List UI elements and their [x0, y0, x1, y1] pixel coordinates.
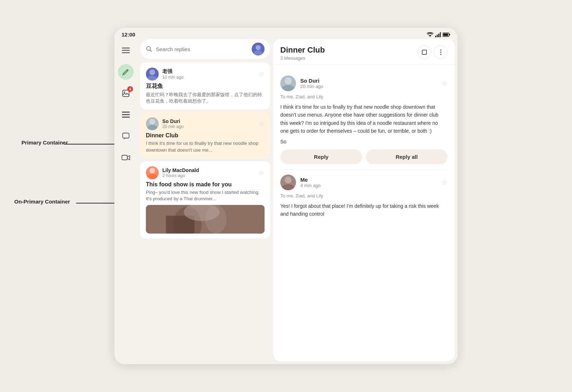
- svg-rect-7: [443, 33, 448, 36]
- svg-rect-15: [122, 117, 130, 118]
- message-2-meta: Me 4 min ago: [300, 177, 321, 188]
- svg-rect-17: [122, 155, 127, 160]
- email-card-1-header: 老强 10 min ago ☆: [146, 68, 265, 80]
- wifi-icon: [427, 32, 433, 37]
- detail-square-btn[interactable]: [418, 45, 431, 59]
- list-icon: [122, 112, 130, 118]
- reply-all-button[interactable]: Reply all: [366, 150, 448, 164]
- email-3-avatar: [146, 166, 159, 179]
- hamburger-icon: [122, 48, 130, 53]
- svg-rect-16: [123, 133, 129, 138]
- email-2-sender-time: 20 min ago: [162, 124, 183, 129]
- more-icon: [440, 49, 442, 55]
- email-2-avatar: [146, 117, 159, 130]
- email-card-3-sender-info: Lily MacDonald 2 hours ago: [146, 166, 199, 179]
- svg-point-37: [285, 77, 292, 84]
- email-2-star[interactable]: ☆: [258, 119, 265, 128]
- email-1-preview: 最近忙吗？昨晚我去了你最爱的那家饭馆，点了他们的特色豆花鱼，吃着吃着就想你了。: [146, 92, 265, 104]
- notifications-icon-btn[interactable]: 4: [118, 85, 134, 101]
- email-2-preview: I think it's time for us to finally try …: [146, 140, 265, 153]
- svg-marker-0: [429, 35, 432, 37]
- email-3-sender-details: Lily MacDonald 2 hours ago: [162, 167, 199, 178]
- svg-point-24: [149, 119, 155, 124]
- svg-point-36: [440, 54, 442, 55]
- email-1-avatar: [146, 68, 159, 80]
- search-input[interactable]: [156, 46, 248, 52]
- detail-header: Dinner Club 3 Messages: [273, 39, 455, 65]
- soduri-avatar-img: [280, 75, 296, 91]
- detail-body: So Duri 20 min ago ☆ To me, Ziad, and Li…: [273, 65, 455, 361]
- email-2-subject: Dinner Club: [146, 132, 265, 139]
- message-item-2: Me 4 min ago ☆ To me, Ziad, and Lily Yes…: [280, 170, 448, 223]
- message-1-star[interactable]: ☆: [441, 79, 448, 88]
- svg-rect-9: [122, 50, 130, 51]
- email-3-sender-time: 2 hours ago: [162, 173, 199, 178]
- detail-title-area: Dinner Club 3 Messages: [280, 45, 325, 61]
- message-1-avatar: [280, 75, 296, 91]
- svg-rect-14: [122, 114, 130, 115]
- svg-rect-33: [422, 50, 426, 54]
- svg-point-23: [147, 76, 157, 80]
- message-1-sender: So Duri 20 min ago: [280, 75, 323, 91]
- battery-icon: [443, 33, 450, 37]
- email-card-1[interactable]: 老强 10 min ago ☆ 豆花鱼 最近忙吗？昨晚我去了你最爱的那家饭馆，点…: [140, 63, 270, 109]
- svg-point-34: [440, 49, 442, 51]
- message-2-star[interactable]: ☆: [441, 178, 448, 187]
- email-1-sender-time: 10 min ago: [162, 75, 183, 80]
- email-card-1-sender-info: 老强 10 min ago: [146, 68, 183, 80]
- email-1-avatar-img: [146, 68, 159, 80]
- email-2-sender-name: So Duri: [162, 118, 183, 124]
- email-3-star[interactable]: ☆: [258, 168, 265, 177]
- email-3-image-svg: [146, 205, 265, 234]
- svg-rect-6: [449, 34, 450, 35]
- email-3-sender-name: Lily MacDonald: [162, 167, 199, 173]
- reply-button[interactable]: Reply: [280, 150, 362, 164]
- svg-point-39: [285, 176, 292, 183]
- email-3-avatar-img: [146, 166, 159, 179]
- chat-icon: [122, 132, 130, 140]
- video-icon-btn[interactable]: [118, 150, 134, 166]
- svg-line-19: [150, 50, 152, 52]
- pencil-icon: [122, 68, 129, 75]
- phone-container: 12:00: [114, 28, 458, 364]
- message-1-header: So Duri 20 min ago ☆: [280, 75, 448, 91]
- compose-button[interactable]: [118, 64, 134, 80]
- email-card-3[interactable]: Lily MacDonald 2 hours ago ☆ This food s…: [140, 161, 270, 239]
- video-icon: [122, 155, 130, 161]
- email-1-sender-name: 老强: [162, 68, 183, 75]
- svg-point-25: [147, 125, 157, 130]
- detail-title: Dinner Club: [280, 45, 325, 55]
- message-2-to: To me, Ziad, and Lily: [280, 193, 448, 199]
- search-bar[interactable]: [140, 39, 270, 59]
- sidebar: 4: [114, 39, 137, 364]
- svg-point-27: [147, 174, 157, 179]
- square-icon: [421, 49, 427, 55]
- svg-point-38: [282, 85, 295, 91]
- svg-rect-2: [437, 35, 438, 37]
- svg-rect-3: [438, 34, 439, 37]
- message-1-body: I think it's time for us to finally try …: [280, 103, 448, 135]
- email-card-2-sender-info: So Duri 20 min ago: [146, 117, 183, 130]
- search-icon: [146, 46, 152, 52]
- svg-rect-13: [122, 112, 130, 113]
- chat-icon-btn[interactable]: [118, 128, 134, 144]
- email-card-2-header: So Duri 20 min ago ☆: [146, 117, 265, 130]
- email-3-subject: This food show is made for you: [146, 181, 265, 188]
- detail-actions: [418, 45, 448, 59]
- reply-buttons: Reply Reply all: [280, 150, 448, 164]
- status-bar: 12:00: [114, 28, 458, 39]
- svg-point-40: [282, 184, 295, 190]
- user-avatar-img: [252, 43, 264, 55]
- email-card-2[interactable]: So Duri 20 min ago ☆ Dinner Club I think…: [140, 112, 270, 158]
- mail-icon-btn[interactable]: [118, 107, 134, 123]
- svg-point-26: [149, 168, 155, 173]
- svg-rect-1: [435, 36, 436, 37]
- user-avatar: [252, 43, 265, 55]
- email-1-star[interactable]: ☆: [258, 70, 265, 78]
- svg-rect-8: [122, 48, 130, 49]
- sidebar-menu-icon[interactable]: [118, 43, 134, 58]
- svg-rect-10: [122, 52, 130, 53]
- message-2-time: 4 min ago: [300, 183, 321, 188]
- detail-more-btn[interactable]: [434, 45, 448, 59]
- message-1-time: 20 min ago: [300, 84, 323, 89]
